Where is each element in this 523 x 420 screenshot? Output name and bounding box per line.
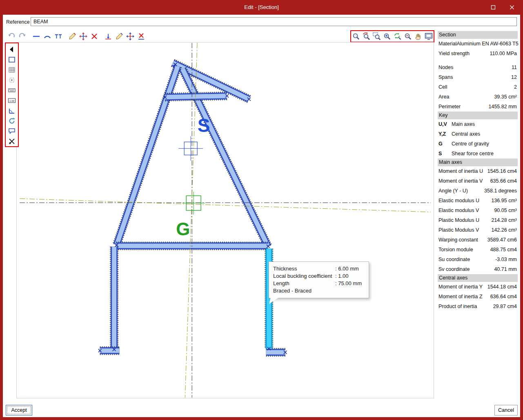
keyboard-icon — [8, 86, 16, 94]
redo-button[interactable] — [17, 31, 27, 42]
zoom-in-icon — [383, 32, 391, 40]
panel-spacer — [438, 58, 518, 63]
maximize-icon — [491, 5, 496, 10]
back-button[interactable] — [7, 44, 17, 54]
pan-hand-icon — [414, 32, 422, 40]
central-axis-horizontal — [20, 199, 431, 212]
tooltip-row: Length : 75.00 mm — [273, 280, 365, 287]
delete-edge-button[interactable] — [136, 31, 146, 42]
shear-centre-label: S — [198, 115, 210, 136]
scale-tool-button[interactable]: 1.00 — [7, 95, 17, 105]
reference-label: Reference — [6, 19, 30, 25]
comment-tool-button[interactable] — [7, 126, 17, 136]
back-icon — [8, 45, 16, 54]
edit-pencil-button[interactable] — [114, 31, 124, 42]
gravity-centre-label: G — [176, 219, 190, 239]
reference-input[interactable] — [31, 17, 517, 26]
zoom-out-icon — [404, 32, 412, 40]
accept-button[interactable]: Accept — [6, 405, 32, 416]
panel-header-key: Key — [438, 112, 518, 119]
center-mark-icon — [8, 76, 16, 84]
tools-button[interactable] — [7, 136, 17, 146]
property-row: Moment of inertia U 1545.16 cm4 — [438, 166, 518, 176]
zoom-previous-button[interactable] — [361, 31, 371, 42]
thickness-pencil-icon — [68, 32, 76, 40]
zoom-out-button[interactable] — [403, 31, 413, 42]
parallel-tool-icon — [54, 32, 62, 40]
align-tool-icon — [104, 32, 112, 40]
close-button[interactable] — [506, 2, 518, 12]
grid-tool-button[interactable] — [7, 65, 17, 75]
tooltip-row: Thickness : 6.00 mm — [273, 265, 365, 273]
angle-tool-button[interactable] — [7, 105, 17, 116]
zoom-toolbar-highlight — [350, 30, 434, 42]
align-tool-button[interactable] — [103, 31, 113, 42]
parallel-tool-button[interactable] — [53, 31, 63, 42]
property-row: Elastic modulus V 90.05 cm³ — [438, 206, 518, 215]
property-row: Yield strength 110.00 MPa — [438, 49, 518, 58]
property-row: Material Aluminium EN AW-6063 T5 — [438, 39, 518, 49]
grid-icon — [8, 66, 16, 74]
zoom-in-button[interactable] — [382, 31, 392, 42]
maximize-button[interactable] — [487, 2, 499, 12]
property-row: Su coordinate -3.03 mm — [438, 255, 518, 264]
move-edge-button[interactable] — [125, 31, 135, 42]
section-drawing: S G — [17, 42, 434, 398]
member-top-crossbar[interactable] — [165, 96, 227, 97]
property-row: Plastic Modulus V 142.26 cm³ — [438, 225, 518, 235]
rotate-tool-button[interactable] — [7, 116, 17, 126]
property-row: Area 39.35 cm² — [438, 92, 518, 102]
thickness-pencil-button[interactable] — [67, 31, 77, 42]
rectangle-tool-icon — [8, 56, 16, 64]
tooltip-row: Local buckling coefficient : 1.00 — [273, 273, 365, 280]
pan-button[interactable] — [413, 31, 423, 42]
move-node-button[interactable] — [78, 31, 88, 42]
property-row: Plastic Modulus U 214.28 cm³ — [438, 215, 518, 225]
titlebar: Edit - [Section] — [0, 0, 523, 15]
cancel-button[interactable]: Cancel — [494, 405, 518, 416]
arc-tool-button[interactable] — [42, 31, 52, 42]
zoom-redraw-icon — [394, 32, 402, 40]
center-mark-button[interactable] — [7, 75, 17, 85]
zoom-button[interactable] — [351, 31, 361, 42]
full-screen-button[interactable] — [424, 31, 434, 42]
edit-toolbar — [6, 30, 146, 42]
comment-tool-icon — [8, 127, 16, 135]
keyboard-input-button[interactable] — [7, 85, 17, 95]
section-canvas[interactable]: S G Thickness : 6.00 mm Local bucklin — [16, 42, 434, 398]
left-toolbar-highlight: 1.00 — [5, 42, 19, 147]
move-node-icon — [79, 32, 87, 40]
property-row: Torsion module 488.75 cm4 — [438, 245, 518, 255]
properties-panel: Section Material Aluminium EN AW-6063 T5… — [438, 31, 518, 311]
panel-header-central-axes: Central axes — [438, 274, 518, 282]
key-row: S Shear force centre — [438, 149, 518, 159]
rectangle-tool-button[interactable] — [7, 54, 17, 65]
zoom-previous-icon — [363, 32, 371, 40]
zoom-window-icon — [373, 32, 381, 40]
zoom-window-button[interactable] — [372, 31, 382, 42]
key-row: U,V Main axes — [438, 119, 518, 129]
angle-tool-icon — [8, 107, 16, 115]
property-row: Warping constant 3589.47 cm6 — [438, 235, 518, 245]
delete-node-button[interactable] — [89, 31, 99, 42]
full-screen-icon — [425, 32, 433, 40]
property-row: Sv coordinate 40.71 mm — [438, 264, 518, 274]
property-row: Moment of inertia Z 636.64 cm4 — [438, 292, 518, 302]
move-edge-icon — [126, 32, 134, 40]
delete-edge-icon — [137, 32, 145, 40]
property-row: Cell 2 — [438, 82, 518, 92]
dialog-client-area: Reference 1.00 — [3, 15, 520, 417]
edit-pencil-icon — [115, 32, 123, 40]
redo-icon — [18, 32, 27, 40]
line-tool-icon — [32, 32, 40, 40]
key-row: G Centre of gravity — [438, 139, 518, 149]
member-left-slant[interactable] — [117, 66, 178, 245]
property-row: Nodes 11 — [438, 63, 518, 72]
svg-text:1.00: 1.00 — [9, 99, 15, 102]
zoom-redraw-button[interactable] — [393, 31, 403, 42]
gravity-centre-marker — [182, 192, 205, 214]
undo-button[interactable] — [6, 31, 16, 42]
undo-icon — [7, 32, 16, 40]
panel-header-section: Section — [438, 31, 518, 39]
line-tool-button[interactable] — [31, 31, 41, 42]
